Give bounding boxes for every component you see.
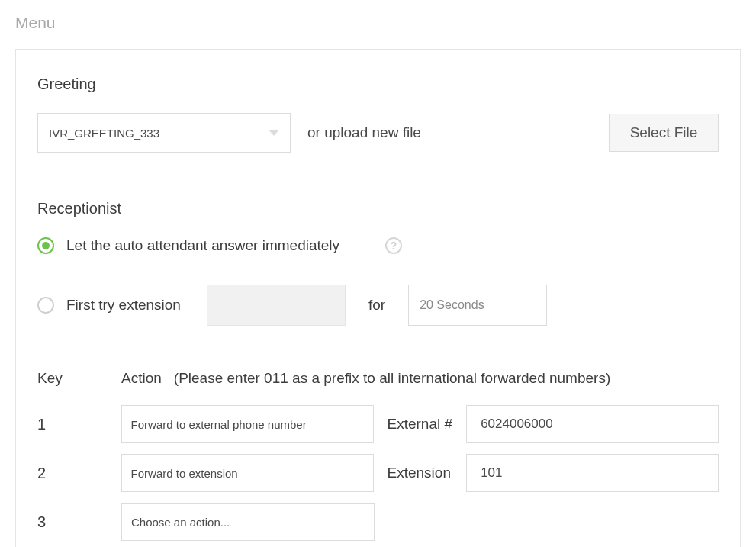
action-select-value: Forward to external phone number (131, 418, 307, 431)
radio-dot-icon (42, 242, 50, 249)
help-icon: ? (385, 237, 402, 254)
radio-auto-attendant[interactable] (37, 237, 54, 254)
page-title: Menu (0, 0, 756, 32)
for-label: for (368, 297, 385, 314)
action-select-value: Forward to extension (131, 467, 238, 480)
keys-header: Key Action (Please enter 011 as a prefix… (37, 370, 719, 387)
settings-panel: Greeting IVR_GREETING_333 or upload new … (15, 49, 741, 547)
greeting-select-value: IVR_GREETING_333 (49, 127, 159, 140)
key-number: 1 (37, 416, 121, 433)
action-select-row3[interactable]: Choose an action... (121, 503, 375, 541)
greeting-label: Greeting (37, 76, 719, 93)
key-column-header: Key (37, 370, 121, 387)
chevron-down-icon (269, 130, 279, 136)
select-file-label: Select File (630, 124, 698, 141)
greeting-row: IVR_GREETING_333 or upload new file Sele… (37, 113, 719, 153)
value-label-row1: External # (388, 416, 467, 433)
key-row: 3 Choose an action... (37, 503, 719, 541)
action-hint: (Please enter 011 as a prefix to all int… (174, 370, 610, 387)
action-column-header: Action (121, 370, 162, 387)
radio-try-extension[interactable] (37, 297, 54, 314)
extension-input[interactable] (466, 454, 719, 492)
value-label-row2: Extension (388, 465, 467, 481)
extension-input-disabled (207, 285, 346, 326)
receptionist-option-auto-row: Let the auto attendant answer immediatel… (37, 237, 719, 254)
action-select-row2[interactable]: Forward to extension (121, 454, 374, 492)
select-file-button[interactable]: Select File (609, 114, 719, 152)
action-select-row1[interactable]: Forward to external phone number (121, 405, 374, 443)
external-number-input[interactable] (466, 405, 719, 443)
action-select-value: Choose an action... (131, 516, 230, 529)
key-number: 3 (37, 513, 121, 531)
key-row: 1 Forward to external phone number Exter… (37, 405, 719, 443)
duration-select-value: 20 Seconds (420, 298, 484, 312)
radio-ext-label: First try extension (66, 297, 181, 314)
duration-select[interactable]: 20 Seconds (408, 285, 547, 326)
upload-hint: or upload new file (307, 124, 421, 141)
key-row: 2 Forward to extension Extension (37, 454, 719, 492)
receptionist-section: Receptionist Let the auto attendant answ… (37, 200, 719, 326)
radio-auto-label: Let the auto attendant answer immediatel… (66, 237, 339, 254)
key-number: 2 (37, 465, 121, 482)
receptionist-option-ext-row: First try extension for 20 Seconds (37, 285, 719, 326)
receptionist-label: Receptionist (37, 200, 719, 217)
greeting-select[interactable]: IVR_GREETING_333 (37, 113, 291, 153)
